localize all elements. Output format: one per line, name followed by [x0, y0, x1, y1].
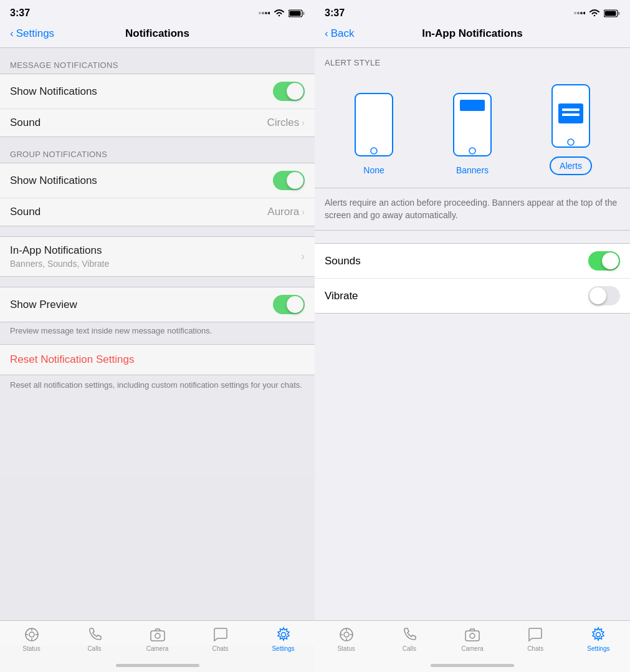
left-back-label: Settings: [16, 27, 54, 40]
svg-point-0: [259, 12, 261, 14]
none-label: None: [363, 165, 384, 175]
svg-point-19: [583, 12, 585, 14]
svg-rect-13: [151, 631, 165, 641]
svg-rect-42: [465, 631, 479, 641]
svg-point-2: [265, 12, 267, 14]
show-notifications-1-row: Show Notifications: [0, 74, 315, 109]
svg-rect-24: [361, 100, 386, 143]
reset-description: Reset all notification settings, includi…: [0, 375, 315, 398]
svg-point-14: [155, 633, 160, 638]
left-settings-back[interactable]: ‹ Settings: [10, 27, 54, 40]
alerts-label: Alerts: [560, 161, 582, 171]
show-notifications-2-label: Show Notifications: [10, 175, 97, 187]
right-home-indicator: [431, 664, 514, 667]
right-tab-settings[interactable]: Settings: [567, 626, 630, 652]
group-notifications-group: Show Notifications Sound Aurora ›: [0, 163, 315, 226]
show-preview-label: Show Preview: [10, 299, 77, 311]
svg-point-18: [580, 12, 583, 14]
banners-label: Banners: [456, 165, 489, 175]
group-notifications-header: GROUP NOTIFICATIONS: [0, 137, 315, 163]
sound-2-row[interactable]: Sound Aurora ›: [0, 198, 315, 226]
left-status-bar: 3:37: [0, 0, 315, 22]
alert-description-text: Alerts require an action before proceedi…: [325, 197, 620, 221]
right-tab-status[interactable]: Status: [315, 626, 378, 652]
show-notifications-1-toggle[interactable]: [273, 82, 305, 101]
left-nav-title: Notifications: [125, 27, 189, 40]
right-tab-camera[interactable]: Camera: [441, 626, 504, 652]
left-back-chevron: ‹: [10, 27, 14, 40]
svg-point-44: [596, 633, 601, 637]
show-preview-row: Show Preview: [0, 287, 315, 322]
right-battery-icon: [604, 9, 620, 17]
sound-1-chevron: ›: [302, 118, 305, 128]
right-status-icon: [338, 626, 355, 643]
left-settings-icon: [275, 626, 292, 643]
banners-phone-icon: [451, 90, 494, 159]
right-camera-icon: [464, 626, 481, 643]
alerts-selected-pill: Alerts: [550, 156, 592, 175]
left-home-indicator: [116, 664, 199, 667]
svg-point-3: [268, 12, 270, 14]
left-status-icons: [259, 9, 305, 17]
alert-option-alerts[interactable]: Alerts: [549, 82, 593, 175]
right-settings-icon: [589, 626, 607, 643]
left-tab-calls[interactable]: Calls: [63, 626, 126, 652]
alert-options: None Banners Alerts: [315, 72, 630, 188]
alert-option-banners[interactable]: Banners: [451, 90, 494, 175]
sound-1-row[interactable]: Sound Circles ›: [0, 109, 315, 137]
right-time: 3:37: [325, 7, 345, 19]
left-tab-chats-label: Chats: [212, 645, 228, 652]
svg-point-37: [344, 632, 349, 637]
show-notifications-2-toggle[interactable]: [273, 171, 305, 190]
right-tab-calls[interactable]: Calls: [378, 626, 441, 652]
right-tab-calls-label: Calls: [403, 645, 416, 652]
right-panel: 3:37 ‹ Back In-App Not: [315, 0, 630, 672]
left-nav-bar: ‹ Settings Notifications: [0, 22, 315, 48]
vibrate-toggle[interactable]: [588, 286, 620, 305]
alert-option-none[interactable]: None: [352, 90, 396, 175]
right-tab-chats[interactable]: Chats: [504, 626, 567, 652]
inapp-notifications-row[interactable]: In-App Notifications Banners, Sounds, Vi…: [0, 236, 315, 277]
svg-point-1: [262, 12, 264, 14]
left-dots-icon: [259, 9, 270, 17]
left-tab-chats[interactable]: Chats: [189, 626, 252, 652]
right-back-label: Back: [331, 27, 355, 40]
sounds-label: Sounds: [325, 255, 361, 267]
sound-1-label: Sound: [10, 117, 41, 129]
message-notifications-group: Show Notifications Sound Circles ›: [0, 74, 315, 137]
right-chats-icon: [527, 626, 544, 643]
left-tab-settings[interactable]: Settings: [252, 626, 315, 652]
svg-point-15: [281, 633, 285, 637]
sound-2-chevron: ›: [302, 207, 305, 217]
svg-point-8: [29, 632, 34, 637]
left-tab-camera[interactable]: Camera: [126, 626, 189, 652]
right-tab-settings-label: Settings: [587, 645, 609, 652]
sounds-toggle[interactable]: [588, 251, 620, 271]
right-tab-chats-label: Chats: [527, 645, 543, 652]
right-status-icons: [574, 9, 620, 17]
right-back-button[interactable]: ‹ Back: [325, 27, 354, 40]
left-tab-calls-label: Calls: [87, 645, 101, 652]
left-wifi-icon: [274, 9, 285, 17]
alert-style-section: ALERT STYLE: [315, 48, 630, 72]
inapp-title: In-App Notifications: [10, 244, 109, 257]
right-tab-status-label: Status: [337, 645, 355, 652]
show-preview-toggle[interactable]: [273, 295, 305, 314]
left-battery-icon: [289, 9, 305, 17]
left-tab-status[interactable]: Status: [0, 626, 63, 652]
alert-style-label: ALERT STYLE: [325, 58, 381, 67]
preview-description: Preview message text inside new message …: [0, 322, 315, 344]
left-time: 3:37: [10, 7, 30, 19]
left-calls-icon: [86, 626, 103, 643]
left-tab-camera-label: Camera: [146, 645, 169, 652]
show-notifications-2-row: Show Notifications: [0, 163, 315, 198]
right-nav-bar: ‹ Back In-App Notifications: [315, 22, 630, 48]
svg-rect-22: [605, 11, 616, 16]
sounds-row: Sounds: [315, 244, 630, 279]
svg-point-17: [577, 12, 580, 14]
reset-button[interactable]: Reset Notification Settings: [0, 344, 315, 375]
inapp-sub: Banners, Sounds, Vibrate: [10, 259, 109, 269]
svg-point-16: [574, 12, 576, 14]
right-calls-icon: [401, 626, 418, 643]
left-camera-icon: [149, 626, 166, 643]
